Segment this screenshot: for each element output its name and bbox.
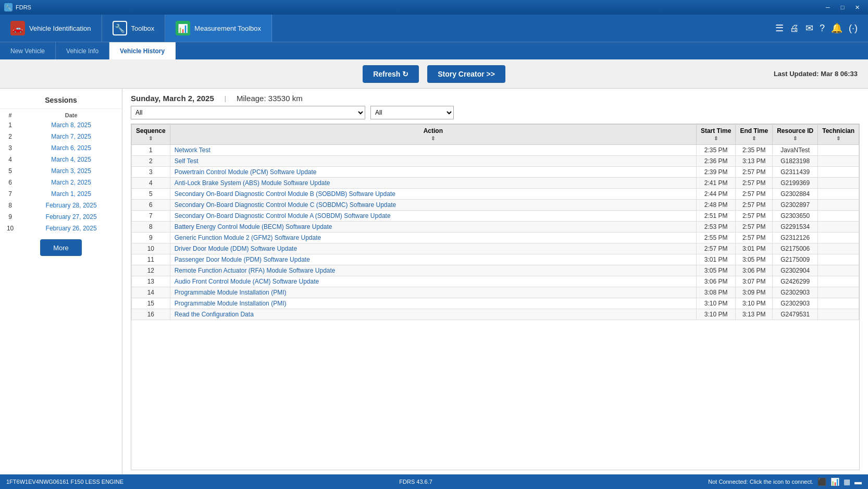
data-table-container: Sequence⇕ Action⇕ Start Time⇕ End Time⇕ … [131,124,860,470]
session-row-date[interactable]: February 28, 2025 [20,200,122,211]
main-content: Refresh ↻ Story Creator >> Last Updated:… [0,59,868,474]
table-row: 13Audio Front Control Module (ACM) Softw… [132,276,859,287]
col-sequence: Sequence⇕ [132,125,170,145]
sub-tab-new-vehicle[interactable]: New Vehicle [0,42,56,59]
table-row: 5Secondary On-Board Diagnostic Control M… [132,189,859,200]
table-cell-action[interactable]: Programmable Module Installation (PMI) [170,287,696,298]
status-icon-1[interactable]: ⬛ [817,478,826,486]
table-cell-seq: 8 [132,222,170,233]
close-button[interactable]: ✕ [850,2,864,13]
table-cell-action[interactable]: Passenger Door Module (PDM) Software Upd… [170,254,696,265]
table-cell-resource: G2303650 [773,211,818,222]
title-bar-controls[interactable]: ─ □ ✕ [821,2,864,13]
session-row-num: 8 [0,200,20,211]
table-cell-technician [818,222,859,233]
table-cell-action[interactable]: Generic Function Module 2 (GFM2) Softwar… [170,233,696,243]
table-scroll[interactable]: Sequence⇕ Action⇕ Start Time⇕ End Time⇕ … [131,124,859,470]
session-row-date[interactable]: March 2, 2025 [20,177,122,188]
more-button[interactable]: More [40,239,82,256]
table-cell-resource: G2302903 [773,298,818,309]
status-icon-3[interactable]: ▦ [844,478,850,486]
table-cell-action[interactable]: Self Test [170,156,696,167]
hamburger-menu-icon[interactable]: ☰ [775,22,784,34]
bell-icon[interactable]: 🔔 [831,22,842,34]
table-cell-action[interactable]: Audio Front Control Module (ACM) Softwar… [170,276,696,287]
table-cell-action[interactable]: Driver Door Module (DDM) Software Update [170,243,696,254]
tab-vehicle-identification[interactable]: 🚗 Vehicle Identification [0,15,102,42]
table-cell-start-time: 2:48 PM [696,200,735,211]
table-cell-end-time: 3:10 PM [736,298,773,309]
table-cell-action[interactable]: Secondary On-Board Diagnostic Control Mo… [170,189,696,200]
filter-row: All All [122,106,868,124]
table-row: 10Driver Door Module (DDM) Software Upda… [132,243,859,254]
table-cell-action[interactable]: Remote Function Actuator (RFA) Module So… [170,265,696,276]
filter-select-1[interactable]: All [131,106,365,119]
table-cell-seq: 1 [132,145,170,156]
session-row-date[interactable]: February 27, 2025 [20,211,122,223]
table-row: 3Powertrain Control Module (PCM) Softwar… [132,167,859,178]
table-cell-end-time: 3:13 PM [736,309,773,320]
story-creator-button[interactable]: Story Creator >> [427,65,505,83]
table-cell-seq: 6 [132,200,170,211]
table-cell-resource: G2302884 [773,189,818,200]
table-cell-action[interactable]: Powertrain Control Module (PCM) Software… [170,167,696,178]
table-row: 15Programmable Module Installation (PMI)… [132,298,859,309]
session-row-date[interactable]: March 1, 2025 [20,188,122,200]
sessions-col-num: # [0,111,20,119]
table-cell-action[interactable]: Programmable Module Installation (PMI) [170,298,696,309]
email-icon[interactable]: ✉ [805,22,813,34]
tab-measurement-label: Measurement Toolbox [194,25,261,32]
session-content: Sessions # Date 1March 8, 20252March 7, … [0,89,868,474]
table-cell-seq: 11 [132,254,170,265]
table-cell-action[interactable]: Read the Configuration Data [170,309,696,320]
sessions-title: Sessions [0,94,122,109]
tab-toolbox[interactable]: 🔧 Toolbox [102,15,166,42]
table-cell-start-time: 2:51 PM [696,211,735,222]
table-cell-technician [818,189,859,200]
session-row: 6March 2, 2025 [0,177,122,188]
title-bar: 🔧 FDRS ─ □ ✕ [0,0,868,15]
session-row: 8February 28, 2025 [0,200,122,211]
print-icon[interactable]: 🖨 [790,23,799,34]
sub-tab-vehicle-history[interactable]: Vehicle History [109,42,176,59]
session-row-date[interactable]: March 3, 2025 [20,165,122,177]
minimize-button[interactable]: ─ [821,2,835,13]
table-cell-action[interactable]: Secondary On-Board Diagnostic Control Mo… [170,211,696,222]
tab-measurement-toolbox[interactable]: 📊 Measurement Toolbox [165,15,272,42]
table-cell-technician [818,287,859,298]
session-row-date[interactable]: March 7, 2025 [20,131,122,142]
table-cell-action[interactable]: Secondary On-Board Diagnostic Control Mo… [170,200,696,211]
table-cell-start-time: 2:44 PM [696,189,735,200]
table-cell-resource: G2291534 [773,222,818,233]
session-row: 5March 3, 2025 [0,165,122,177]
tab-toolbox-label: Toolbox [131,25,155,32]
table-row: 2Self Test2:36 PM3:13 PMG1823198 [132,156,859,167]
help-icon[interactable]: ? [820,23,825,34]
table-cell-resource: G1823198 [773,156,818,167]
table-cell-seq: 12 [132,265,170,276]
table-cell-resource: G2479531 [773,309,818,320]
refresh-button[interactable]: Refresh ↻ [363,65,419,83]
table-cell-resource: G2199369 [773,178,818,189]
filter-select-2[interactable]: All [370,106,454,119]
user-icon[interactable]: (·) [849,23,858,34]
session-header: Sunday, March 2, 2025 | Mileage: 33530 k… [122,89,868,106]
session-row-date[interactable]: March 6, 2025 [20,142,122,154]
session-row-date[interactable]: February 26, 2025 [20,223,122,234]
status-icon-4[interactable]: ▬ [854,478,862,486]
sessions-sidebar: Sessions # Date 1March 8, 20252March 7, … [0,89,122,474]
sessions-col-date: Date [20,111,122,119]
table-cell-end-time: 3:05 PM [736,254,773,265]
app-tab-bar: 🚗 Vehicle Identification 🔧 Toolbox 📊 Mea… [0,15,868,42]
table-cell-action[interactable]: Anti-Lock Brake System (ABS) Module Soft… [170,178,696,189]
table-cell-start-time: 3:05 PM [696,265,735,276]
session-row-date[interactable]: March 4, 2025 [20,154,122,165]
table-cell-start-time: 3:01 PM [696,254,735,265]
table-cell-action[interactable]: Battery Energy Control Module (BECM) Sof… [170,222,696,233]
session-row-num: 9 [0,211,20,223]
sub-tab-vehicle-info[interactable]: Vehicle Info [56,42,109,59]
session-row-date[interactable]: March 8, 2025 [20,119,122,131]
table-cell-action[interactable]: Network Test [170,145,696,156]
status-icon-2[interactable]: 📊 [830,478,839,486]
maximize-button[interactable]: □ [836,2,849,13]
